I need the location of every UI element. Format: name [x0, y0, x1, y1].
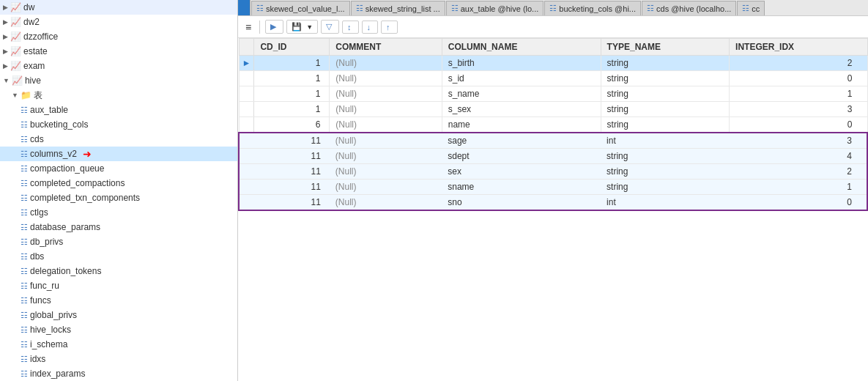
- sidebar-item-idxs[interactable]: ☷idxs: [0, 352, 237, 366]
- db-icon: 📈: [12, 75, 23, 86]
- export-icon: ↑: [386, 23, 390, 32]
- sidebar-item--[interactable]: ▼📁表: [0, 88, 237, 103]
- col-header-comment: COMMENT: [330, 39, 442, 56]
- expand-icon[interactable]: ▼: [12, 92, 18, 99]
- table-row[interactable]: 11(Null)snamestring1: [239, 180, 867, 195]
- sidebar-item-completed-txn-components[interactable]: ☷completed_txn_components: [0, 190, 237, 205]
- sidebar-item-columns-v2[interactable]: ☷columns_v2➜: [0, 147, 237, 161]
- table-row[interactable]: 1(Null)s_namestring1: [239, 86, 867, 102]
- table-icon: ☷: [21, 325, 28, 335]
- expand-icon[interactable]: ▶: [3, 18, 8, 26]
- table-icon: ☷: [21, 296, 28, 306]
- object-tab-btn[interactable]: [238, 0, 251, 15]
- cell-cd-id: 11: [254, 195, 330, 211]
- row-pointer: [239, 117, 254, 133]
- tab-4[interactable]: ☷cds @hive (localho...: [642, 1, 736, 15]
- db-icon: 📈: [10, 32, 21, 42]
- sidebar-item-global-privs[interactable]: ☷global_privs: [0, 308, 237, 322]
- cell-column-name: sage: [442, 133, 601, 149]
- sidebar-item-completed-compactions[interactable]: ☷completed_compactions: [0, 176, 237, 190]
- cell-cd-id: 1: [254, 56, 330, 71]
- col-header-integer_idx: INTEGER_IDX: [730, 39, 867, 56]
- table-row[interactable]: 11(Null)sexstring2: [239, 164, 867, 180]
- tab-3[interactable]: ☷bucketing_cols @hi...: [544, 1, 641, 15]
- sort-button[interactable]: ↕: [342, 21, 359, 34]
- row-pointer: [239, 149, 254, 164]
- import-icon: ↓: [367, 23, 371, 32]
- cell-comment: (Null): [330, 195, 442, 211]
- sidebar-item-aux-table[interactable]: ☷aux_table: [0, 103, 237, 117]
- sidebar-item-funcs[interactable]: ☷funcs: [0, 293, 237, 308]
- sidebar-item-cds[interactable]: ☷cds: [0, 132, 237, 147]
- table-row[interactable]: 1(Null)s_sexstring3: [239, 102, 867, 117]
- cell-cd-id: 6: [254, 117, 330, 133]
- expand-icon[interactable]: ▼: [3, 77, 10, 84]
- tab-table-icon: ☷: [451, 4, 459, 13]
- cell-column-name: s_birth: [442, 56, 601, 71]
- cell-integer-idx: 3: [730, 133, 867, 149]
- import-button[interactable]: ↓: [362, 21, 379, 34]
- export-button[interactable]: ↑: [381, 21, 398, 34]
- backup-icon: 💾: [292, 22, 302, 32]
- col-header-column_name: COLUMN_NAME: [442, 39, 601, 56]
- row-pointer: [239, 164, 254, 180]
- filter-button[interactable]: ▽: [321, 20, 339, 34]
- sidebar-label: bucketing_cols: [30, 119, 88, 130]
- table-row[interactable]: 11(Null)sageint3: [239, 133, 867, 149]
- cell-cd-id: 11: [254, 149, 330, 164]
- sidebar: ▶📈dw▶📈dw2▶📈dzzoffice▶📈estate▶📈exam▼📈hive…: [0, 0, 238, 381]
- sidebar-item-hive[interactable]: ▼📈hive: [0, 73, 237, 88]
- expand-icon[interactable]: ▶: [3, 4, 8, 11]
- expand-icon[interactable]: ▶: [3, 48, 8, 55]
- tab-2[interactable]: ☷aux_table @hive (lo...: [446, 1, 544, 15]
- sidebar-item-db-privs[interactable]: ☷db_privs: [0, 234, 237, 249]
- tab-label: cc: [752, 4, 760, 13]
- sidebar-item-exam[interactable]: ▶📈exam: [0, 59, 237, 73]
- cell-type-name: string: [601, 117, 729, 133]
- sidebar-item-dw[interactable]: ▶📈dw: [0, 0, 237, 15]
- db-icon: 📈: [10, 46, 21, 56]
- expand-icon[interactable]: ▶: [3, 33, 8, 40]
- sidebar-label: columns_v2: [30, 149, 77, 159]
- sidebar-label: hive: [25, 75, 41, 86]
- sidebar-item-dbs[interactable]: ☷dbs: [0, 249, 237, 264]
- sidebar-item-delegation-tokens[interactable]: ☷delegation_tokens: [0, 264, 237, 278]
- start-transaction-button[interactable]: ▶: [265, 20, 283, 34]
- cell-column-name: sex: [442, 164, 601, 180]
- cell-type-name: int: [601, 195, 729, 211]
- sidebar-item-estate[interactable]: ▶📈estate: [0, 44, 237, 59]
- sidebar-item-database-params[interactable]: ☷database_params: [0, 220, 237, 234]
- sidebar-label: dw2: [23, 17, 40, 27]
- sidebar-item-hive-locks[interactable]: ☷hive_locks: [0, 322, 237, 337]
- sidebar-item-dzzoffice[interactable]: ▶📈dzzoffice: [0, 29, 237, 44]
- sidebar-item-index-params[interactable]: ☷index_params: [0, 366, 237, 381]
- sidebar-item-func-ru[interactable]: ☷func_ru: [0, 278, 237, 293]
- table-row[interactable]: 6(Null)namestring0: [239, 117, 867, 133]
- cell-type-name: string: [601, 71, 729, 86]
- sidebar-label: estate: [23, 46, 48, 56]
- table-icon: ☷: [21, 193, 28, 203]
- tab-5[interactable]: ☷cc: [737, 1, 765, 15]
- sidebar-item-dw2[interactable]: ▶📈dw2: [0, 15, 237, 29]
- sidebar-label: global_privs: [30, 310, 77, 320]
- table-row[interactable]: ►1(Null)s_birthstring2: [239, 56, 867, 71]
- tab-0[interactable]: ☷skewed_col_value_l...: [251, 1, 350, 15]
- row-pointer: [239, 102, 254, 117]
- expand-icon[interactable]: ▶: [3, 62, 8, 70]
- backup-button[interactable]: 💾 ▼: [286, 20, 318, 34]
- table-row[interactable]: 1(Null)s_idstring0: [239, 71, 867, 86]
- table-row[interactable]: 11(Null)sdeptstring4: [239, 149, 867, 164]
- sidebar-item-bucketing-cols[interactable]: ☷bucketing_cols: [0, 117, 237, 132]
- menu-button[interactable]: ≡: [242, 20, 254, 34]
- table-row[interactable]: 11(Null)snoint0: [239, 195, 867, 211]
- tab-label: bucketing_cols @hi...: [559, 4, 636, 13]
- sidebar-item-i-schema[interactable]: ☷i_schema: [0, 337, 237, 352]
- cell-integer-idx: 2: [730, 56, 867, 71]
- sidebar-item-ctlgs[interactable]: ☷ctlgs: [0, 205, 237, 220]
- sidebar-label: aux_table: [30, 105, 68, 115]
- tab-1[interactable]: ☷skewed_string_list ...: [351, 1, 445, 15]
- tab-label: skewed_col_value_l...: [266, 4, 345, 13]
- sidebar-item-compaction-queue[interactable]: ☷compaction_queue: [0, 161, 237, 176]
- row-pointer: [239, 180, 254, 195]
- table-icon: ☷: [21, 120, 28, 130]
